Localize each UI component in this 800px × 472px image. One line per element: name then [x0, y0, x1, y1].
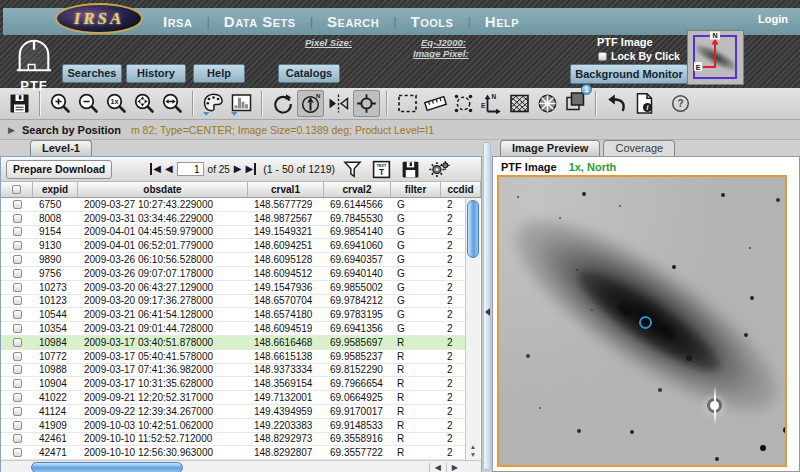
image-thumbnail[interactable]: N E — [687, 30, 744, 85]
zoom-in-icon[interactable] — [47, 90, 74, 117]
column-header-filter[interactable]: filter — [391, 182, 441, 197]
row-checkbox-cell[interactable] — [1, 421, 33, 430]
text-view-icon[interactable]: TEXT T — [371, 159, 392, 180]
zoom-fit-icon[interactable] — [131, 90, 158, 117]
nav-irsa[interactable]: Irsa — [163, 13, 192, 30]
horizontal-scroll-thumb[interactable] — [31, 462, 183, 472]
row-checkbox[interactable] — [13, 296, 22, 305]
row-checkbox[interactable] — [13, 255, 22, 264]
row-checkbox[interactable] — [13, 448, 22, 457]
nav-data-sets[interactable]: Data Sets — [224, 13, 296, 30]
row-checkbox-cell[interactable] — [1, 338, 33, 347]
help-icon[interactable]: ? — [667, 90, 694, 117]
login-link[interactable]: Login — [758, 13, 788, 25]
previous-page-button[interactable]: ◀ — [165, 163, 173, 175]
row-checkbox[interactable] — [13, 434, 22, 443]
region-tool-icon[interactable] — [450, 90, 477, 117]
searches-button[interactable]: Searches — [62, 64, 122, 83]
table-row[interactable]: 10988 2009-03-17 07:41:36.982000 148.937… — [1, 364, 467, 378]
table-row[interactable]: 10984 2009-03-17 03:40:51.878000 148.661… — [1, 336, 467, 350]
color-table-icon[interactable] — [200, 90, 227, 117]
page-number-input[interactable] — [177, 162, 204, 176]
table-row[interactable]: 42461 2009-10-10 11:52:52.712000 148.829… — [1, 433, 467, 447]
help-button[interactable]: Help — [193, 64, 245, 83]
stretch-histogram-icon[interactable] — [228, 90, 255, 117]
row-checkbox[interactable] — [13, 393, 22, 402]
row-checkbox-cell[interactable] — [1, 227, 33, 236]
scroll-left-arrow[interactable]: ◀ — [429, 463, 446, 472]
rotate-north-icon[interactable]: N — [297, 90, 324, 117]
row-checkbox-cell[interactable] — [1, 269, 33, 278]
tab-image-preview[interactable]: Image Preview — [500, 140, 600, 156]
fits-header-info-icon[interactable]: i — [631, 90, 658, 117]
collapse-arrow-icon[interactable]: ▶ — [8, 125, 15, 135]
row-checkbox-cell[interactable] — [1, 393, 33, 402]
row-checkbox-cell[interactable] — [1, 241, 33, 250]
row-checkbox-cell[interactable] — [1, 310, 33, 319]
zoom-out-icon[interactable] — [75, 90, 102, 117]
row-checkbox-cell[interactable] — [1, 255, 33, 264]
grid-overlay-icon[interactable] — [506, 90, 533, 117]
panel-splitter[interactable] — [482, 140, 492, 472]
row-checkbox[interactable] — [13, 365, 22, 374]
row-checkbox-cell[interactable] — [1, 365, 33, 374]
next-page-button[interactable]: ▶ — [234, 163, 242, 175]
select-all-checkbox-cell[interactable] — [1, 182, 33, 197]
column-header-ccdid[interactable]: ccdid — [441, 182, 481, 197]
filter-icon[interactable] — [342, 159, 363, 180]
row-checkbox[interactable] — [13, 310, 22, 319]
undo-icon[interactable] — [603, 90, 630, 117]
nav-tools[interactable]: Tools — [411, 13, 454, 30]
table-row[interactable]: 10544 2009-03-21 06:41:54.128000 148.657… — [1, 308, 467, 322]
column-header-crval1[interactable]: crval1 — [248, 182, 324, 197]
horizontal-scrollbar[interactable]: ◀ ▶ — [1, 460, 481, 472]
row-checkbox[interactable] — [13, 283, 22, 292]
row-checkbox[interactable] — [13, 407, 22, 416]
row-checkbox-cell[interactable] — [1, 407, 33, 416]
column-header-obsdate[interactable]: obsdate — [78, 182, 248, 197]
scroll-right-arrow[interactable]: ▶ — [446, 463, 463, 472]
row-checkbox-cell[interactable] — [1, 296, 33, 305]
table-row[interactable]: 41909 2009-10-03 10:42:51.062000 149.220… — [1, 419, 467, 433]
table-row[interactable]: 41022 2009-09-21 12:20:52.317000 149.713… — [1, 391, 467, 405]
row-checkbox[interactable] — [13, 352, 22, 361]
mask-overlay-icon[interactable] — [534, 90, 561, 117]
column-header-crval2[interactable]: crval2 — [324, 182, 391, 197]
row-checkbox[interactable] — [13, 241, 22, 250]
row-checkbox-cell[interactable] — [1, 448, 33, 457]
sky-image-viewer[interactable] — [497, 175, 787, 467]
catalogs-button[interactable]: Catalogs — [278, 64, 340, 83]
row-checkbox-cell[interactable] — [1, 214, 33, 223]
save-table-icon[interactable] — [400, 159, 421, 180]
splitter-handle[interactable] — [483, 142, 491, 470]
vertical-scrollbar[interactable]: ▲▼ — [465, 198, 480, 460]
table-row[interactable]: 10273 2009-03-20 06:43:27.129000 149.154… — [1, 281, 467, 295]
table-row[interactable]: 10354 2009-03-21 09:01:44.728000 148.609… — [1, 322, 467, 336]
table-row[interactable]: 10772 2009-03-17 05:40:41.578000 148.661… — [1, 350, 467, 364]
column-header-expid[interactable]: expid — [33, 182, 78, 197]
row-checkbox-cell[interactable] — [1, 200, 33, 209]
flip-horizontal-icon[interactable] — [325, 90, 352, 117]
last-page-button[interactable]: ▶ — [246, 163, 257, 175]
background-monitor-button[interactable]: Background Monitor — [570, 64, 688, 84]
row-checkbox[interactable] — [13, 421, 22, 430]
row-checkbox[interactable] — [13, 379, 22, 388]
row-checkbox-cell[interactable] — [1, 379, 33, 388]
table-row[interactable]: 10904 2009-03-17 10:31:35.628000 148.356… — [1, 377, 467, 391]
save-image-icon[interactable] — [6, 90, 33, 117]
irsa-logo[interactable]: IRSA — [55, 3, 143, 34]
row-checkbox[interactable] — [13, 214, 22, 223]
compass-rose-icon[interactable]: N E — [478, 90, 505, 117]
recenter-target-icon[interactable] — [353, 90, 380, 117]
vertical-scroll-thumb[interactable] — [467, 200, 479, 258]
select-area-icon[interactable] — [394, 90, 421, 117]
table-row[interactable]: 6750 2009-03-27 10:27:43.229000 148.5677… — [1, 198, 467, 212]
table-row[interactable]: 9890 2009-03-26 06:10:56.528000 148.6095… — [1, 253, 467, 267]
row-checkbox-cell[interactable] — [1, 283, 33, 292]
zoom-fill-icon[interactable] — [159, 90, 186, 117]
first-page-button[interactable]: ◀ — [150, 163, 161, 175]
table-row[interactable]: 9154 2009-04-01 04:45:59.979000 149.1549… — [1, 226, 467, 240]
table-row[interactable]: 9756 2009-03-26 09:07:07.178000 148.6094… — [1, 267, 467, 281]
zoom-1x-icon[interactable]: 1x — [103, 90, 130, 117]
row-checkbox-cell[interactable] — [1, 352, 33, 361]
